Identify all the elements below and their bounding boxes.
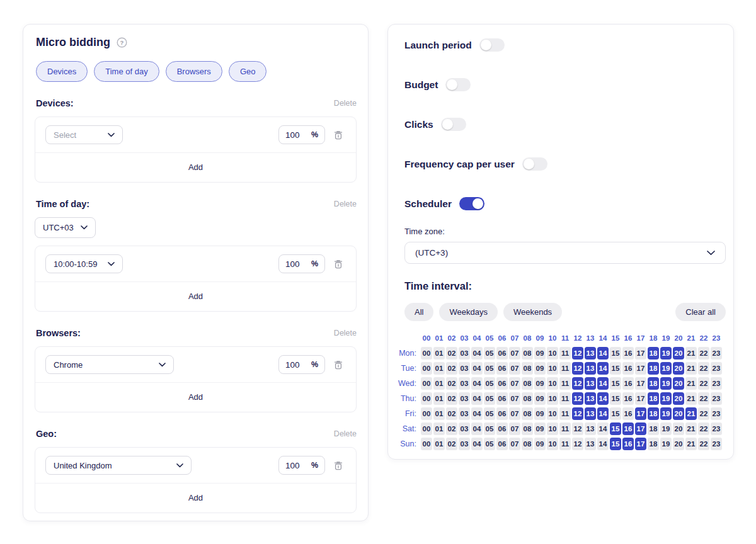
all-button[interactable]: All <box>404 303 433 321</box>
hour-cell[interactable]: 06 <box>496 407 508 420</box>
hour-cell[interactable]: 16 <box>622 377 634 390</box>
hour-cell[interactable]: 07 <box>509 347 520 360</box>
hour-cell[interactable]: 08 <box>522 377 533 390</box>
hour-cell[interactable]: 11 <box>559 422 571 435</box>
hour-cell[interactable]: 18 <box>648 347 659 360</box>
hour-cell[interactable]: 16 <box>622 438 634 450</box>
hour-cell[interactable]: 23 <box>711 347 722 360</box>
hour-cell[interactable]: 20 <box>673 347 684 360</box>
hour-cell[interactable]: 04 <box>471 438 483 450</box>
hour-cell[interactable]: 16 <box>622 347 634 360</box>
trash-icon[interactable] <box>333 360 343 370</box>
hour-cell[interactable]: 08 <box>522 347 533 360</box>
percent-input[interactable]: 100 % <box>278 456 325 475</box>
hour-cell[interactable]: 01 <box>433 347 445 360</box>
weekdays-button[interactable]: Weekdays <box>439 303 497 321</box>
hour-cell[interactable]: 09 <box>534 347 546 360</box>
hour-cell[interactable]: 21 <box>685 407 697 420</box>
hour-cell[interactable]: 17 <box>635 422 646 435</box>
hour-cell[interactable]: 08 <box>522 407 533 420</box>
hour-cell[interactable]: 11 <box>559 362 571 375</box>
hour-cell[interactable]: 22 <box>698 422 709 435</box>
hour-cell[interactable]: 01 <box>433 377 445 390</box>
hour-cell[interactable]: 15 <box>610 362 621 375</box>
hour-cell[interactable]: 21 <box>685 362 697 375</box>
delete-section-link[interactable]: Delete <box>334 99 357 108</box>
hour-cell[interactable]: 17 <box>635 438 646 450</box>
hour-cell[interactable]: 23 <box>711 407 722 420</box>
hour-cell[interactable]: 06 <box>496 392 508 405</box>
hour-cell[interactable]: 21 <box>685 438 697 450</box>
hour-cell[interactable]: 18 <box>648 407 659 420</box>
hour-cell[interactable]: 16 <box>622 422 634 435</box>
hour-cell[interactable]: 10 <box>547 347 558 360</box>
hour-cell[interactable]: 00 <box>421 347 432 360</box>
hour-cell[interactable]: 10 <box>547 438 558 450</box>
pill-time-of-day[interactable]: Time of day <box>94 61 159 82</box>
clicks-toggle[interactable] <box>441 118 466 131</box>
hour-cell[interactable]: 17 <box>635 377 646 390</box>
hour-cell[interactable]: 04 <box>471 347 483 360</box>
hour-cell[interactable]: 19 <box>660 407 672 420</box>
hour-cell[interactable]: 07 <box>509 377 520 390</box>
hour-cell[interactable]: 06 <box>496 377 508 390</box>
hour-cell[interactable]: 14 <box>597 347 609 360</box>
percent-input[interactable]: 100 % <box>278 125 325 144</box>
hour-cell[interactable]: 09 <box>534 377 546 390</box>
hour-cell[interactable]: 01 <box>433 422 445 435</box>
hour-cell[interactable]: 14 <box>597 438 609 450</box>
hour-cell[interactable]: 00 <box>421 377 432 390</box>
hour-cell[interactable]: 04 <box>471 392 483 405</box>
hour-cell[interactable]: 18 <box>648 362 659 375</box>
hour-cell[interactable]: 14 <box>597 422 609 435</box>
hour-cell[interactable]: 13 <box>585 392 596 405</box>
hour-cell[interactable]: 22 <box>698 438 709 450</box>
hour-cell[interactable]: 13 <box>585 377 596 390</box>
hour-cell[interactable]: 12 <box>572 377 583 390</box>
add-row-button[interactable]: Add <box>35 383 356 412</box>
hour-cell[interactable]: 10 <box>547 392 558 405</box>
hour-cell[interactable]: 02 <box>446 438 457 450</box>
browser-select[interactable]: Chrome <box>45 355 174 374</box>
hour-cell[interactable]: 14 <box>597 392 609 405</box>
scheduler-toggle[interactable] <box>459 197 484 210</box>
hour-cell[interactable]: 22 <box>698 347 709 360</box>
weekends-button[interactable]: Weekends <box>503 303 562 321</box>
hour-cell[interactable]: 18 <box>648 377 659 390</box>
hour-cell[interactable]: 12 <box>572 347 583 360</box>
add-row-button[interactable]: Add <box>35 153 356 182</box>
hour-cell[interactable]: 02 <box>446 392 457 405</box>
hour-cell[interactable]: 20 <box>673 392 684 405</box>
hour-cell[interactable]: 16 <box>622 407 634 420</box>
hour-cell[interactable]: 18 <box>648 392 659 405</box>
hour-cell[interactable]: 04 <box>471 377 483 390</box>
hour-cell[interactable]: 15 <box>610 347 621 360</box>
hour-cell[interactable]: 22 <box>698 407 709 420</box>
hour-cell[interactable]: 16 <box>622 392 634 405</box>
hour-cell[interactable]: 11 <box>559 377 571 390</box>
launch-period-toggle[interactable] <box>479 38 505 52</box>
hour-cell[interactable]: 09 <box>534 407 546 420</box>
hour-cell[interactable]: 18 <box>648 422 659 435</box>
hour-cell[interactable]: 13 <box>585 407 596 420</box>
hour-cell[interactable]: 14 <box>597 362 609 375</box>
hour-cell[interactable]: 07 <box>509 362 520 375</box>
hour-cell[interactable]: 05 <box>484 422 495 435</box>
hour-cell[interactable]: 20 <box>673 422 684 435</box>
hour-cell[interactable]: 13 <box>585 438 596 450</box>
hour-cell[interactable]: 20 <box>673 377 684 390</box>
hour-cell[interactable]: 00 <box>421 392 432 405</box>
pill-devices[interactable]: Devices <box>36 61 88 82</box>
hour-cell[interactable]: 03 <box>459 438 470 450</box>
hour-cell[interactable]: 03 <box>459 392 470 405</box>
help-icon[interactable]: ? <box>117 37 127 48</box>
hour-cell[interactable]: 02 <box>446 422 457 435</box>
hour-cell[interactable]: 03 <box>459 422 470 435</box>
hour-cell[interactable]: 10 <box>547 377 558 390</box>
hour-cell[interactable]: 18 <box>648 438 659 450</box>
hour-cell[interactable]: 23 <box>711 392 722 405</box>
hour-cell[interactable]: 12 <box>572 438 583 450</box>
hour-cell[interactable]: 04 <box>471 362 483 375</box>
hour-cell[interactable]: 12 <box>572 362 583 375</box>
hour-cell[interactable]: 09 <box>534 438 546 450</box>
